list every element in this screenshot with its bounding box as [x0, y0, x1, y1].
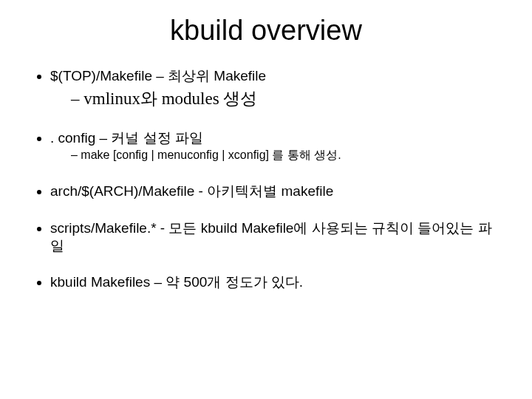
bullet-text: scripts/Makefile.* - 모든 kbuild Makefile에…	[50, 220, 492, 253]
sub-list: make [config | menuconfig | xconfig] 를 통…	[50, 148, 502, 163]
slide: kbuild overview $(TOP)/Makefile – 최상위 Ma…	[0, 0, 532, 399]
bullet-list: $(TOP)/Makefile – 최상위 Makefile vmlinux와 …	[30, 67, 502, 291]
bullet-item-2: . config – 커널 설정 파일 make [config | menuc…	[50, 129, 502, 164]
slide-title: kbuild overview	[30, 15, 502, 47]
bullet-text: arch/$(ARCH)/Makefile - 아키텍처별 makefile	[50, 183, 333, 199]
bullet-item-4: scripts/Makefile.* - 모든 kbuild Makefile에…	[50, 219, 502, 255]
bullet-text: . config – 커널 설정 파일	[50, 130, 203, 146]
bullet-item-5: kbuild Makefiles – 약 500개 정도가 있다.	[50, 273, 502, 291]
bullet-text: $(TOP)/Makefile – 최상위 Makefile	[50, 68, 266, 83]
sub-list: vmlinux와 modules 생성	[50, 88, 502, 110]
sub-item-serif: vmlinux와 modules 생성	[71, 88, 502, 110]
bullet-text: kbuild Makefiles – 약 500개 정도가 있다.	[50, 274, 303, 290]
sub-item-small: make [config | menuconfig | xconfig] 를 통…	[71, 148, 502, 163]
bullet-item-1: $(TOP)/Makefile – 최상위 Makefile vmlinux와 …	[50, 67, 502, 110]
bullet-item-3: arch/$(ARCH)/Makefile - 아키텍처별 makefile	[50, 183, 502, 200]
